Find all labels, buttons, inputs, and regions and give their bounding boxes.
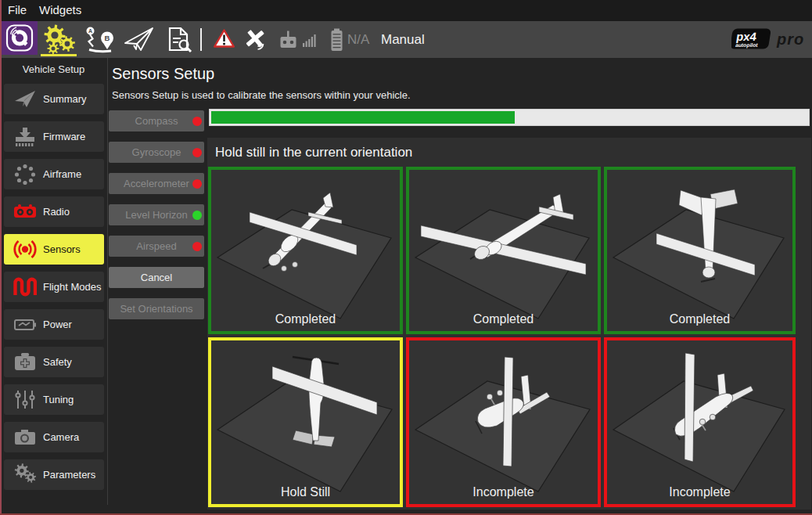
svg-text:px4: px4 [735,31,758,44]
svg-text:autopilot: autopilot [735,42,759,49]
svg-text:B: B [105,34,110,42]
svg-text:A: A [88,28,92,34]
svg-text:pro: pro [776,31,804,48]
